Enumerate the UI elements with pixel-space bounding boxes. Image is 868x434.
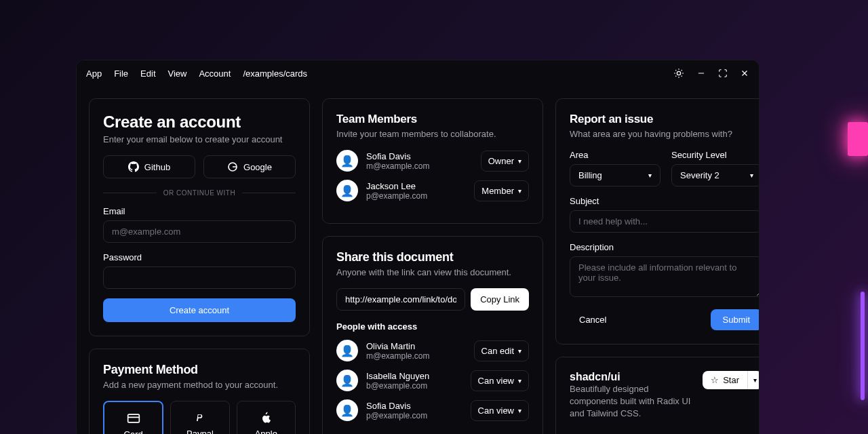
chevron-down-icon: ▾ — [518, 377, 521, 384]
menu-edit[interactable]: Edit — [140, 68, 155, 79]
divider-text: OR CONTINUE WITH — [163, 189, 235, 197]
create-account-card: Create an account Enter your email below… — [89, 98, 310, 336]
menu-bar: App File Edit View Account /examples/car… — [77, 60, 759, 86]
create-account-desc: Enter your email below to create your ac… — [103, 134, 296, 144]
share-link-input[interactable] — [336, 288, 465, 311]
create-account-button[interactable]: Create account — [103, 298, 296, 322]
permission-select[interactable]: Can view ▾ — [471, 370, 529, 391]
person-name: Olivia Martin — [366, 341, 466, 351]
star-button[interactable]: ☆ Star — [703, 371, 747, 389]
description-textarea[interactable] — [570, 256, 760, 297]
svg-point-0 — [677, 71, 680, 75]
payment-desc: Add a new payment method to your account… — [103, 380, 296, 390]
payment-method-card: Payment Method Add a new payment method … — [89, 349, 310, 434]
menu-path[interactable]: /examples/cards — [243, 68, 307, 79]
chevron-down-icon: ▾ — [518, 407, 521, 414]
github-icon — [128, 161, 139, 172]
paypal-icon — [193, 411, 207, 425]
minimize-icon[interactable] — [696, 68, 706, 78]
person-email: b@example.com — [366, 381, 462, 391]
member-name: Sofia Davis — [366, 151, 473, 161]
avatar: 👤 — [336, 399, 358, 421]
access-person-row: 👤 Isabella Nguyen b@example.com Can view… — [336, 370, 529, 391]
member-email: p@example.com — [366, 191, 466, 201]
severity-label: Security Level — [671, 150, 760, 160]
team-desc: Invite your team members to collaborate. — [336, 129, 529, 139]
team-member-row: 👤 Jackson Lee p@example.com Member ▾ — [336, 180, 529, 201]
subject-input[interactable] — [570, 210, 760, 233]
neon-decoration-2 — [861, 292, 865, 400]
cancel-button[interactable]: Cancel — [570, 309, 616, 330]
google-icon — [227, 161, 238, 172]
subject-label: Subject — [570, 196, 760, 206]
create-account-title: Create an account — [103, 113, 296, 132]
payment-paypal-label: Paypal — [186, 429, 214, 434]
github-label: Github — [144, 162, 170, 172]
person-name: Sofia Davis — [366, 401, 462, 411]
chevron-down-icon: ▾ — [753, 376, 757, 384]
area-select[interactable]: Billing ▾ — [570, 164, 660, 186]
member-name: Jackson Lee — [366, 181, 466, 191]
payment-option-card[interactable]: Card — [103, 401, 163, 434]
payment-apple-label: Apple — [255, 429, 277, 434]
email-label: Email — [103, 206, 296, 216]
avatar: 👤 — [336, 340, 358, 361]
chevron-down-icon: ▾ — [518, 157, 521, 165]
team-member-row: 👤 Sofia Davis m@example.com Owner ▾ — [336, 150, 529, 172]
people-access-heading: People with access — [336, 321, 529, 332]
role-select[interactable]: Member ▾ — [474, 180, 529, 201]
share-title: Share this document — [336, 250, 529, 264]
access-person-row: 👤 Olivia Martin m@example.com Can edit ▾ — [336, 340, 529, 361]
theme-toggle-icon[interactable] — [673, 68, 684, 79]
permission-select[interactable]: Can view ▾ — [471, 400, 529, 421]
person-email: m@example.com — [366, 351, 466, 361]
app-window: App File Edit View Account /examples/car… — [76, 60, 760, 434]
person-email: p@example.com — [366, 411, 462, 420]
card-icon — [127, 412, 140, 425]
role-select[interactable]: Owner ▾ — [481, 151, 529, 172]
password-label: Password — [103, 252, 296, 262]
issue-title: Report an issue — [570, 113, 760, 126]
close-icon[interactable] — [740, 68, 749, 78]
team-members-card: Team Members Invite your team members to… — [322, 98, 543, 224]
permission-select[interactable]: Can edit ▾ — [474, 340, 529, 361]
maximize-icon[interactable] — [718, 68, 728, 78]
payment-card-label: Card — [124, 429, 143, 434]
report-issue-card: Report an issue What area are you having… — [555, 98, 760, 344]
repo-card: shadcn/ui Beautifully designed component… — [555, 357, 760, 434]
svg-rect-5 — [127, 414, 139, 422]
chevron-down-icon: ▾ — [518, 347, 521, 355]
password-input[interactable] — [103, 267, 296, 289]
menu-view[interactable]: View — [168, 68, 187, 79]
repo-desc: Beautifully designed components built wi… — [570, 383, 692, 420]
star-icon: ☆ — [711, 375, 719, 385]
payment-title: Payment Method — [103, 363, 296, 377]
apple-icon — [259, 411, 273, 425]
access-person-row: 👤 Sofia Davis p@example.com Can view ▾ — [336, 399, 529, 421]
neon-decoration — [848, 122, 868, 156]
share-desc: Anyone with the link can view this docum… — [336, 267, 529, 277]
github-button[interactable]: Github — [103, 155, 195, 178]
description-label: Description — [570, 242, 760, 252]
chevron-down-icon: ▾ — [750, 172, 753, 179]
payment-option-paypal[interactable]: Paypal — [170, 401, 229, 434]
issue-desc: What area are you having problems with? — [570, 129, 760, 139]
menu-account[interactable]: Account — [199, 68, 231, 79]
google-button[interactable]: Google — [203, 155, 296, 178]
copy-link-button[interactable]: Copy Link — [471, 288, 529, 311]
share-document-card: Share this document Anyone with the link… — [322, 236, 543, 434]
chevron-down-icon: ▾ — [648, 172, 652, 179]
star-dropdown[interactable]: ▾ — [747, 371, 760, 389]
team-title: Team Members — [336, 113, 529, 126]
payment-option-apple[interactable]: Apple — [237, 401, 296, 434]
member-email: m@example.com — [366, 161, 473, 171]
severity-select[interactable]: Severity 2 ▾ — [671, 164, 760, 186]
email-input[interactable] — [103, 220, 296, 243]
menu-app[interactable]: App — [86, 68, 102, 79]
avatar: 👤 — [336, 370, 358, 391]
google-label: Google — [243, 162, 272, 172]
menu-file[interactable]: File — [114, 68, 128, 79]
area-label: Area — [570, 150, 660, 160]
chevron-down-icon: ▾ — [518, 187, 521, 195]
submit-button[interactable]: Submit — [711, 309, 760, 330]
